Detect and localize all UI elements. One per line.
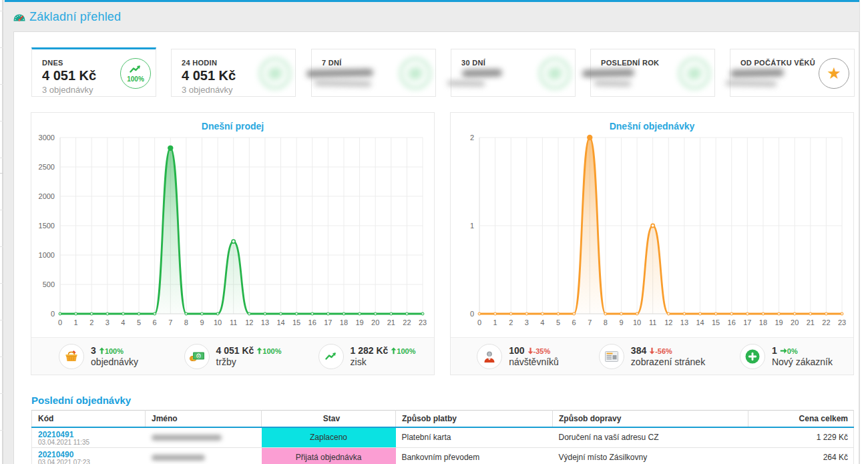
svg-text:8: 8 xyxy=(184,318,188,326)
svg-text:22: 22 xyxy=(822,318,830,326)
svg-text:10: 10 xyxy=(633,318,641,326)
order-total-cell: 1 229 Kč xyxy=(748,427,854,448)
order-code-link[interactable]: 20210490 xyxy=(38,451,146,459)
stat-label: zobrazení stránek xyxy=(631,357,705,367)
svg-text:9: 9 xyxy=(619,318,623,326)
col-header-status[interactable]: Stav xyxy=(262,411,396,427)
stat-objedn-vky: 3100%objednávky xyxy=(31,338,166,375)
svg-text:17: 17 xyxy=(324,318,332,326)
delta-arrow-down-icon xyxy=(649,347,655,355)
delta-arrow-up-icon xyxy=(256,347,262,355)
svg-text:0: 0 xyxy=(477,318,481,326)
menu-separator xyxy=(0,430,3,431)
svg-text:15: 15 xyxy=(292,318,300,326)
orders-table-header-row: Kód Jméno Stav Způsob platby Způsob dopr… xyxy=(32,411,854,427)
blurred-card-badge xyxy=(679,58,710,89)
svg-text:2000: 2000 xyxy=(39,192,55,200)
delta-arrow-up-icon xyxy=(99,347,105,355)
svg-text:23: 23 xyxy=(838,318,846,326)
card-star-badge: ★ xyxy=(819,58,849,89)
order-date: 03.04.2021 07:23 xyxy=(38,459,146,464)
sales-chart-panel: Dnešní prodej 05001000150020002500300001… xyxy=(31,112,435,375)
svg-text:16: 16 xyxy=(728,318,736,326)
svg-text:1: 1 xyxy=(74,318,78,326)
svg-text:1500: 1500 xyxy=(39,222,55,230)
stat-zisk: 1 282 Kč100%zisk xyxy=(300,338,434,375)
order-name-cell xyxy=(146,427,262,448)
col-header-payment[interactable]: Způsob platby xyxy=(396,411,553,427)
page-title: Základní přehled xyxy=(29,10,121,24)
blurred-badge-blob xyxy=(680,60,708,87)
svg-text:20: 20 xyxy=(791,318,799,326)
blurred-card-value xyxy=(462,69,502,77)
new-customer-icon xyxy=(740,344,765,369)
menu-separator xyxy=(0,158,3,158)
svg-text:2: 2 xyxy=(470,134,474,142)
blurred-card-value xyxy=(306,69,373,77)
svg-text:13: 13 xyxy=(261,318,269,326)
page-header: Základní přehled xyxy=(13,9,121,25)
svg-text:0: 0 xyxy=(197,353,200,359)
svg-text:9: 9 xyxy=(200,318,204,326)
delta-arrow-up-icon xyxy=(391,347,397,355)
stat-card-5[interactable]: OD POČÁTKU VĚKŮ★ xyxy=(730,49,855,97)
svg-text:4: 4 xyxy=(121,318,125,326)
svg-text:18: 18 xyxy=(340,318,348,326)
order-payment-cell: Platební karta xyxy=(396,427,553,448)
visitor-icon xyxy=(477,344,502,369)
svg-text:8: 8 xyxy=(604,318,608,326)
svg-text:2500: 2500 xyxy=(39,163,55,171)
pageviews-icon xyxy=(599,344,624,369)
svg-text:21: 21 xyxy=(807,318,815,326)
stat-delta: 100% xyxy=(256,347,281,355)
menu-separator xyxy=(0,47,3,48)
stat-card-1[interactable]: 24 HODIN4 051 Kč3 objednávky xyxy=(171,49,296,97)
stat-value: 4 051 Kč100% xyxy=(216,345,282,356)
menu-separator xyxy=(0,246,3,247)
svg-text:18: 18 xyxy=(759,318,767,326)
orders-table: Kód Jméno Stav Způsob platby Způsob dopr… xyxy=(31,410,854,464)
svg-text:6: 6 xyxy=(572,318,576,326)
svg-text:14: 14 xyxy=(696,318,704,326)
svg-text:17: 17 xyxy=(743,318,751,326)
stat-card-4[interactable]: POSLEDNÍ ROK xyxy=(590,49,715,97)
money-icon: 0 xyxy=(184,344,210,369)
blurred-card-subvalue xyxy=(314,80,371,86)
stat-nov--z-kazn-k: 10%Nový zákazník xyxy=(719,338,853,375)
svg-text:2: 2 xyxy=(89,318,93,326)
col-header-total[interactable]: Cena celkem xyxy=(748,411,854,427)
blurred-card-badge xyxy=(539,58,570,89)
order-code-link[interactable]: 20210491 xyxy=(38,431,146,439)
stat-label: tržby xyxy=(216,357,282,367)
svg-text:11: 11 xyxy=(649,318,656,326)
svg-text:19: 19 xyxy=(775,318,783,326)
menu-separator xyxy=(0,11,3,11)
stat-card-3[interactable]: 30 DNÍ xyxy=(451,49,576,97)
card-percent-badge: 100% xyxy=(120,58,151,89)
svg-text:0: 0 xyxy=(470,310,474,318)
col-header-shipping[interactable]: Způsob dopravy xyxy=(553,411,748,427)
order-status-cell: Přijatá objednávka xyxy=(262,447,396,464)
delta-arrow-flat-icon xyxy=(780,347,787,355)
order-status-cell: Zaplaceno xyxy=(262,427,396,448)
col-header-name[interactable]: Jméno xyxy=(146,411,262,427)
trend-up-icon xyxy=(318,344,344,369)
order-code-cell: 2021049103.04.2021 11:35 xyxy=(32,427,146,448)
stat-card-0[interactable]: DNES4 051 Kč3 objednávky100% xyxy=(31,47,156,97)
order-code-cell: 2021049003.04.2021 07:23 xyxy=(32,447,146,464)
svg-text:1: 1 xyxy=(470,222,474,230)
svg-text:3: 3 xyxy=(105,318,110,326)
svg-text:12: 12 xyxy=(245,318,253,326)
stat-label: objednávky xyxy=(91,357,138,367)
svg-text:13: 13 xyxy=(680,318,688,326)
svg-text:10: 10 xyxy=(214,318,222,326)
orders-chart[interactable]: 0120123456789101112131415161718192021222… xyxy=(451,129,855,336)
trend-up-icon xyxy=(130,64,142,76)
scrollbar-track[interactable] xyxy=(859,0,868,464)
order-name-cell xyxy=(146,447,262,464)
col-header-code[interactable]: Kód xyxy=(32,411,146,427)
sales-chart[interactable]: 0500100015002000250030000123456789101112… xyxy=(31,129,435,336)
stat-card-2[interactable]: 7 DNÍ xyxy=(311,49,436,97)
svg-text:7: 7 xyxy=(168,318,172,326)
svg-text:16: 16 xyxy=(308,318,316,326)
